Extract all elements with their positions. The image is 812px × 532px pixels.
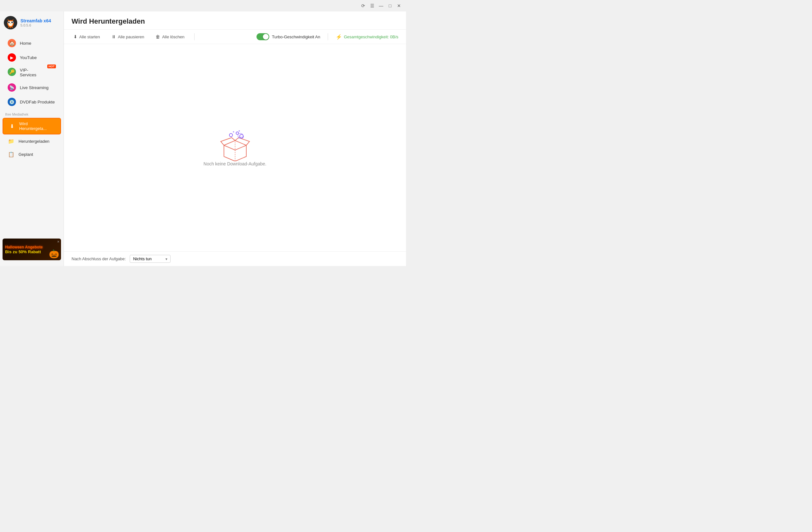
sidebar-item-dvdfab[interactable]: 💿 DVDFab Produkte [2, 95, 61, 109]
scheduled-label: Geplant [18, 152, 33, 157]
scheduled-icon: 📋 [8, 151, 15, 158]
restore-button[interactable]: ⟳ [359, 1, 368, 10]
main-content: Wird Heruntergeladen ⬇ Alle starten ⏸ Al… [64, 12, 406, 266]
empty-box-illustration [218, 129, 253, 161]
empty-state: Noch keine Download-Aufgabe. [64, 44, 406, 251]
logo-svg [4, 17, 17, 29]
svg-point-17 [229, 133, 233, 137]
delete-all-label: Alle löschen [162, 34, 184, 39]
task-completion-select[interactable]: Nichts tun Herunterfahren Ruhezustand Be… [130, 255, 171, 263]
downloading-icon: ⬇ [8, 123, 15, 130]
delete-all-icon: 🗑 [156, 34, 160, 39]
svg-point-20 [233, 131, 234, 133]
svg-point-6 [12, 22, 13, 23]
page-title: Wird Heruntergeladen [72, 17, 398, 26]
youtube-label: YouTube [20, 55, 37, 60]
vip-label: VIP-Services [20, 68, 45, 77]
toolbar-divider-2 [328, 33, 328, 40]
main-footer: Nach Abschluss der Aufgabe: Nichts tun H… [64, 251, 406, 266]
turbo-toggle[interactable] [257, 33, 269, 40]
svg-point-7 [9, 22, 10, 23]
banner-title: Halloween Angebote [5, 245, 58, 249]
downloading-label: Wird Heruntergela... [19, 121, 55, 131]
hot-badge: HOT [47, 64, 56, 68]
brand-name: Streamfab x64 [20, 18, 51, 23]
sidebar-item-downloading[interactable]: ⬇ Wird Heruntergela... [2, 118, 61, 134]
pumpkin-icon: 🎃 [49, 249, 59, 259]
sidebar-nav: 🏠 Home ▶ YouTube 🔑 VIP-Services HOT 📡 Li… [0, 34, 63, 236]
sidebar-item-downloaded[interactable]: 📁 Heruntergeladen [2, 135, 61, 148]
start-all-button[interactable]: ⬇ Alle starten [72, 33, 102, 41]
youtube-icon: ▶ [8, 53, 16, 62]
task-completion-select-wrapper: Nichts tun Herunterfahren Ruhezustand Be… [130, 255, 171, 263]
pause-all-label: Alle pausieren [118, 34, 144, 39]
menu-button[interactable]: ☰ [368, 1, 377, 10]
titlebar: ⟳ ☰ — □ ✕ [0, 0, 406, 12]
start-all-icon: ⬇ [73, 34, 77, 39]
sidebar-item-vip[interactable]: 🔑 VIP-Services HOT [2, 65, 61, 80]
pause-all-button[interactable]: ⏸ Alle pausieren [110, 33, 146, 41]
streaming-label: Live Streaming [20, 85, 48, 90]
main-header: Wird Heruntergeladen [64, 12, 406, 30]
sidebar-item-home[interactable]: 🏠 Home [2, 36, 61, 50]
library-section-label: Ihre Mediathek [0, 109, 63, 118]
toggle-knob [263, 34, 269, 40]
downloaded-icon: 📁 [8, 138, 15, 145]
app-body: Streamfab x64 5.0.5.6 🏠 Home ▶ YouTube 🔑… [0, 12, 406, 266]
streaming-icon: 📡 [8, 83, 16, 92]
downloaded-label: Heruntergeladen [18, 139, 49, 144]
dvdfab-label: DVDFab Produkte [20, 100, 55, 104]
empty-message: Noch keine Download-Aufgabe. [203, 161, 266, 166]
sidebar-header: Streamfab x64 5.0.5.6 [0, 12, 63, 34]
svg-marker-15 [224, 145, 246, 161]
turbo-section: Turbo-Geschwindigkeit An [257, 33, 320, 40]
app-logo [4, 16, 17, 29]
speed-icon: ⚡ [336, 34, 342, 40]
brand-info: Streamfab x64 5.0.5.6 [20, 18, 51, 27]
vip-icon: 🔑 [8, 68, 16, 76]
sidebar: Streamfab x64 5.0.5.6 🏠 Home ▶ YouTube 🔑… [0, 12, 64, 266]
minimize-button[interactable]: — [377, 1, 386, 10]
maximize-button[interactable]: □ [386, 1, 394, 10]
banner-close-button[interactable]: × [57, 239, 59, 244]
pause-all-icon: ⏸ [112, 34, 116, 39]
speed-label: Gesamtgeschwindigkeit: 0B/s [344, 34, 398, 39]
svg-point-8 [12, 22, 13, 23]
sidebar-item-streaming[interactable]: 📡 Live Streaming [2, 80, 61, 94]
svg-point-21 [238, 130, 240, 132]
sidebar-item-scheduled[interactable]: 📋 Geplant [2, 148, 61, 161]
home-icon: 🏠 [8, 39, 16, 47]
turbo-label: Turbo-Geschwindigkeit An [272, 34, 320, 39]
footer-label: Nach Abschluss der Aufgabe: [72, 256, 126, 261]
dvdfab-icon: 💿 [8, 98, 16, 106]
toolbar: ⬇ Alle starten ⏸ Alle pausieren 🗑 Alle l… [64, 30, 406, 44]
toolbar-divider [194, 33, 194, 40]
start-all-label: Alle starten [79, 34, 100, 39]
brand-version: 5.0.5.6 [20, 23, 51, 27]
svg-point-5 [8, 22, 10, 23]
sidebar-item-youtube[interactable]: ▶ YouTube [2, 50, 61, 64]
speed-section: ⚡ Gesamtgeschwindigkeit: 0B/s [336, 34, 398, 40]
close-button[interactable]: ✕ [394, 1, 404, 10]
delete-all-button[interactable]: 🗑 Alle löschen [154, 33, 186, 41]
home-label: Home [20, 41, 31, 46]
halloween-banner[interactable]: Halloween Angebote Bis zu 50% Rabatt × 🎃 [2, 238, 61, 260]
